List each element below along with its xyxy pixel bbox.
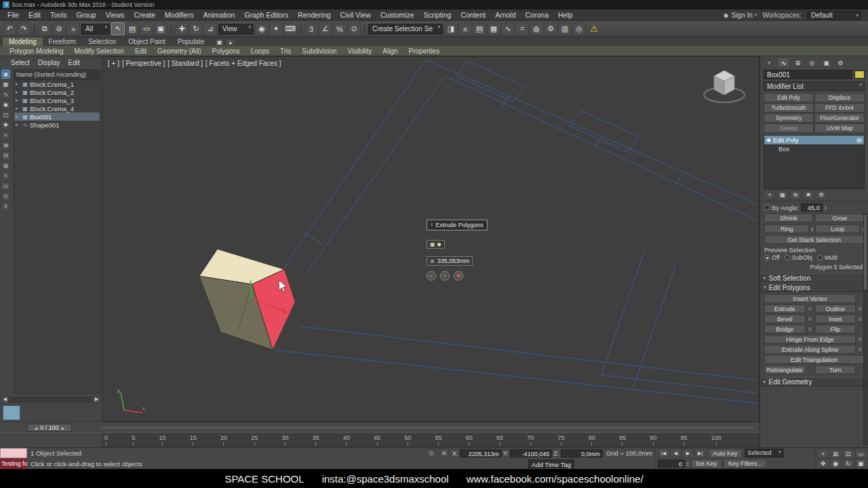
extrude-along-spline-settings-button[interactable]: ▫ [857,346,863,352]
ribbon-tab[interactable]: Modeling [3,37,43,46]
retriangulate-button[interactable]: Retriangulate [764,365,806,374]
ribbon-tab[interactable]: Object Paint [122,37,171,46]
loop-button[interactable]: Loop [815,224,860,233]
motion-tab-icon[interactable]: ◎ [807,58,817,67]
select-and-link-icon[interactable]: ⧉ [38,22,52,35]
z-coordinate-field[interactable]: 0,0mm [561,449,603,458]
hinge-from-edge-button[interactable]: Hinge From Edge [764,335,856,344]
insert-vertex-button[interactable]: Insert Vertex [764,294,856,303]
schematic-view-icon[interactable]: ⌗ [515,22,529,35]
by-angle-checkbox[interactable] [764,205,770,210]
ribbon-panel-title[interactable]: Polygon Modeling [4,47,69,55]
menu-item[interactable]: Civil View [336,10,376,20]
zoom-all-icon[interactable]: ⊞ [830,449,842,458]
extrude-settings-button[interactable]: ▫ [807,306,813,312]
preview-subobj-radio[interactable] [785,255,790,260]
explorer-xrefs-filter-icon[interactable]: ⊡ [1,151,10,160]
edit-geometry-rollout[interactable]: ▸ Edit Geometry [760,377,868,386]
ring-button[interactable]: Ring [764,224,809,233]
object-name-field[interactable]: Box001 [764,70,852,79]
modifier-preset-button[interactable]: UVW Map [814,123,865,133]
show-end-result-icon[interactable]: ▦ [777,190,788,199]
ribbon-panel-title[interactable]: Tris [275,47,296,55]
walk-through-icon[interactable]: ◉ [830,459,842,468]
command-panel-scrollbar[interactable] [863,214,867,445]
modifier-preset-button[interactable]: Displace [814,93,865,102]
y-coordinate-field[interactable]: -4100,045 [510,449,552,458]
viewport-menu-plus[interactable]: [ + ] [108,60,119,67]
scene-object-row[interactable]: ▸ ▦ Box001 [14,113,100,121]
viewport-style-label[interactable]: [ Standard ] [167,60,203,67]
inset-button[interactable]: Inset [815,314,856,323]
ribbon-panel-title[interactable]: Modify Selection [69,47,130,55]
sign-in-button[interactable]: ☻ Sign In ▾ [722,12,757,19]
menu-item[interactable]: Help [553,10,578,20]
subobject-icon[interactable]: ▤ [856,137,862,143]
explorer-materials-filter-icon[interactable]: ◍ [1,161,10,170]
soft-selection-rollout[interactable]: ▸ Soft Selection [760,273,868,283]
ribbon-panel-title[interactable]: Loops [245,47,275,55]
remove-modifier-icon[interactable]: ✖ [803,190,814,199]
select-and-rotate-icon[interactable]: ↻ [189,22,203,35]
key-filters-button[interactable]: Key Filters... [724,459,767,468]
explorer-shapes-filter-icon[interactable]: ∿ [1,90,10,99]
extrude-button[interactable]: Extrude [764,304,806,313]
ribbon-panel-title[interactable]: Properties [403,47,446,55]
bridge-button[interactable]: Bridge [764,325,806,333]
expander-icon[interactable]: ▸ [16,81,20,87]
scene-object-row[interactable]: ▸ ∿ Shape001 [14,121,100,129]
menu-item[interactable]: Create [130,10,161,20]
explorer-menu-button[interactable]: Select [8,58,33,67]
zoom-icon[interactable]: + [817,449,829,458]
menu-item[interactable]: Animation [199,10,240,20]
ribbon-panel-title[interactable]: Subdivision [296,47,342,55]
window-crossing-icon[interactable]: ▣ [154,22,167,35]
menu-item[interactable]: Modifiers [160,10,199,20]
time-slider-handle[interactable]: ◀ 0 / 100 ▶ [27,424,72,432]
explorer-geometry-filter-icon[interactable]: ▦ [1,80,10,89]
sort-header[interactable]: Name (Sorted Ascending) [14,70,100,80]
track-bar[interactable]: 0 5 10 [0,432,760,447]
explorer-hidden-filter-icon[interactable]: ≡ [1,202,10,211]
preview-off-radio[interactable] [764,255,770,260]
ribbon-panel-title[interactable]: Polygons [207,47,245,55]
redo-icon[interactable]: ↷ [17,22,31,35]
pin-stack-icon[interactable]: ⌖ [764,190,775,199]
previous-frame-icon[interactable]: ◀ [670,449,682,458]
object-color-swatch[interactable] [854,70,865,79]
percent-snap-icon[interactable]: % [333,22,347,35]
hierarchy-tab-icon[interactable]: ⊞ [793,58,803,67]
warning-icon[interactable]: ⚠ [587,22,601,35]
expander-icon[interactable]: ▸ [16,89,20,95]
layer-manager-icon[interactable]: ▤ [473,22,486,35]
explorer-lights-filter-icon[interactable]: ◉ [1,100,10,109]
bind-to-spacewarp-icon[interactable]: ≈ [66,22,80,35]
select-and-manipulate-icon[interactable]: ✦ [269,22,283,35]
menu-item[interactable]: Corona [521,10,553,20]
undo-icon[interactable]: ↶ [3,22,16,35]
play-icon[interactable]: ▶ [682,449,694,458]
outline-settings-button[interactable]: ▫ [857,306,863,312]
bevel-button[interactable]: Bevel [764,314,806,323]
extrude-along-spline-button[interactable]: Extrude Along Spline [764,345,856,354]
menu-item[interactable]: Views [101,10,130,20]
frame-spinner[interactable]: ▴▾ [687,461,689,466]
ribbon-panel-title[interactable]: Align [377,47,403,55]
by-angle-spinner[interactable]: ▴▾ [825,205,827,210]
extrude-height-field[interactable]: ⊞ 335,053mm [427,256,473,266]
ribbon-minimize-icon[interactable]: ▴ [226,39,235,46]
caddy-cancel-button[interactable]: ✖ [454,271,463,281]
rectangular-selection-region-icon[interactable]: ▭ [140,22,153,35]
preview-multi-radio[interactable] [817,255,823,260]
frame-forward-icon[interactable]: ▶ [62,426,65,430]
explorer-bones-filter-icon[interactable]: ⌗ [1,171,10,180]
ribbon-config-icon[interactable]: ▣ [215,39,224,46]
modifier-preset-button[interactable]: FloorGenerator [814,113,865,123]
expander-icon[interactable]: ▸ [16,106,20,111]
add-time-tag-button[interactable]: Add Time Tag [528,460,574,468]
selection-set-dropdown[interactable]: Selected ▾ [745,449,784,458]
modifier-preset-button[interactable]: TurboSmooth [764,103,814,113]
flip-button[interactable]: Flip [815,325,856,333]
modifier-preset-button[interactable]: FFD 4x4x4 [814,103,865,113]
viewport-shading-label[interactable]: [ Facets + Edged Faces ] [205,60,281,67]
